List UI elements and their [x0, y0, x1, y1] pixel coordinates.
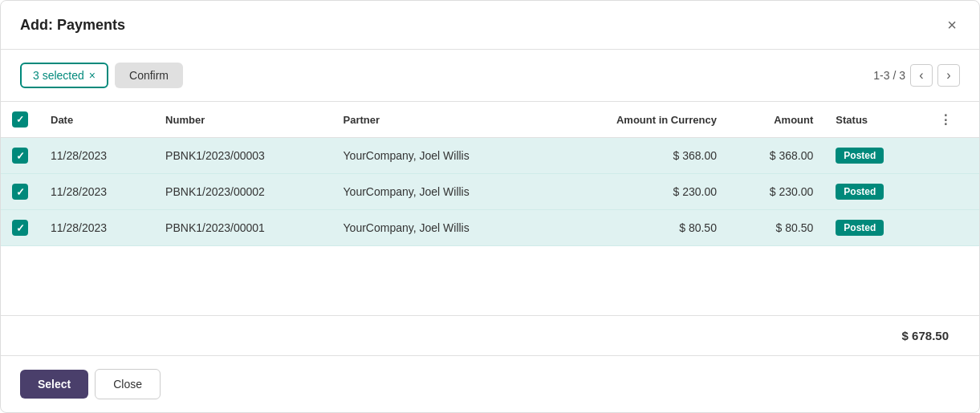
pagination-text: 1-3 / 3	[873, 69, 905, 82]
dialog-title: Add: Payments	[20, 17, 125, 34]
table-row: 11/28/2023PBNK1/2023/00003YourCompany, J…	[1, 138, 979, 174]
selected-badge: 3 selected ×	[20, 63, 108, 88]
status-badge: Posted	[836, 220, 884, 236]
row-checkbox-cell[interactable]	[1, 138, 39, 174]
number-column-header: Number	[154, 102, 331, 138]
close-button[interactable]: Close	[95, 369, 161, 399]
select-all-header[interactable]	[1, 102, 39, 138]
toolbar-left: 3 selected × Confirm	[20, 63, 183, 88]
table-row: 11/28/2023PBNK1/2023/00002YourCompany, J…	[1, 174, 979, 210]
payments-table: Date Number Partner Amount in Currency A…	[1, 101, 979, 315]
partner-column-header: Partner	[332, 102, 549, 138]
row-amount-currency: $ 80.50	[549, 210, 728, 246]
row-checkbox[interactable]	[12, 148, 28, 164]
date-column-header: Date	[39, 102, 154, 138]
amount-column-header: Amount	[728, 102, 824, 138]
total-amount: $ 678.50	[864, 329, 960, 342]
dialog-footer: Select Close	[1, 355, 979, 412]
row-partner: YourCompany, Joel Willis	[332, 138, 549, 174]
row-partner: YourCompany, Joel Willis	[332, 210, 549, 246]
clear-selection-button[interactable]: ×	[89, 70, 96, 81]
row-partner: YourCompany, Joel Willis	[332, 174, 549, 210]
prev-page-button[interactable]: ‹	[910, 64, 933, 87]
confirm-button[interactable]: Confirm	[115, 63, 183, 88]
row-status: Posted	[824, 138, 927, 174]
add-payments-dialog: Add: Payments × 3 selected × Confirm 1-3…	[0, 0, 980, 413]
row-status: Posted	[824, 210, 927, 246]
row-number: PBNK1/2023/00002	[154, 174, 331, 210]
row-date: 11/28/2023	[39, 138, 154, 174]
row-amount: $ 230.00	[728, 174, 824, 210]
row-actions-cell	[928, 138, 979, 174]
table-row: 11/28/2023PBNK1/2023/00001YourCompany, J…	[1, 210, 979, 246]
next-page-button[interactable]: ›	[937, 64, 960, 87]
row-amount: $ 368.00	[728, 138, 824, 174]
selected-count: 3 selected	[33, 69, 84, 82]
row-amount-currency: $ 230.00	[549, 174, 728, 210]
select-button[interactable]: Select	[20, 370, 88, 399]
settings-column-header: ⋮	[928, 102, 979, 138]
row-date: 11/28/2023	[39, 174, 154, 210]
status-badge: Posted	[836, 148, 884, 164]
row-amount: $ 80.50	[728, 210, 824, 246]
select-all-checkbox[interactable]	[12, 111, 28, 128]
table-settings-icon[interactable]: ⋮	[939, 112, 952, 128]
status-column-header: Status	[824, 102, 927, 138]
toolbar: 3 selected × Confirm 1-3 / 3 ‹ ›	[1, 50, 979, 101]
row-number: PBNK1/2023/00001	[154, 210, 331, 246]
pagination: 1-3 / 3 ‹ ›	[873, 64, 960, 87]
totals-row: $ 678.50	[1, 315, 979, 355]
row-checkbox[interactable]	[12, 184, 28, 200]
row-amount-currency: $ 368.00	[549, 138, 728, 174]
row-date: 11/28/2023	[39, 210, 154, 246]
dialog-header: Add: Payments ×	[1, 1, 979, 50]
row-checkbox[interactable]	[12, 220, 28, 236]
row-actions-cell	[928, 174, 979, 210]
row-checkbox-cell[interactable]	[1, 174, 39, 210]
status-badge: Posted	[836, 184, 884, 200]
row-actions-cell	[928, 210, 979, 246]
row-number: PBNK1/2023/00003	[154, 138, 331, 174]
row-status: Posted	[824, 174, 927, 210]
row-checkbox-cell[interactable]	[1, 210, 39, 246]
close-icon[interactable]: ×	[944, 14, 960, 36]
amount-currency-column-header: Amount in Currency	[549, 102, 728, 138]
